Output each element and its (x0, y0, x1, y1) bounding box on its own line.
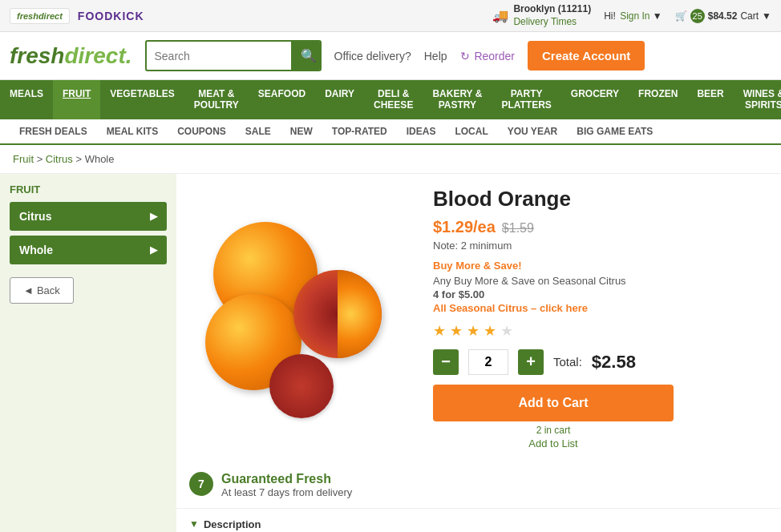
add-to-cart-button[interactable]: Add to Cart (433, 385, 674, 421)
search-input[interactable] (147, 43, 291, 69)
help-link[interactable]: Help (424, 50, 447, 62)
breadcrumb: Fruit > Citrus > Whole (0, 145, 781, 174)
reorder-label: Reorder (474, 50, 515, 62)
nav-dairy[interactable]: DAIRY (315, 80, 364, 119)
freshdirect-logo-text: freshdirect (17, 11, 63, 21)
product-title: Blood Orange (433, 187, 768, 212)
nav-seafood[interactable]: SEAFOOD (249, 80, 315, 119)
desc-title-text: Description (204, 518, 261, 530)
star-1: ★ (433, 323, 446, 339)
sidebar-citrus-label: Citrus (19, 210, 51, 223)
breadcrumb-fruit[interactable]: Fruit (13, 153, 34, 165)
sidebar: FRUIT Citrus ▶ Whole ▶ ◄ Back (0, 174, 176, 532)
breadcrumb-sep2: > (75, 153, 84, 165)
quantity-input[interactable] (468, 349, 508, 375)
guaranteed-fresh-section: 7 Guaranteed Fresh At least 7 days from … (176, 462, 781, 508)
breadcrumb-citrus[interactable]: Citrus (46, 153, 73, 165)
promo-deal: 4 for $5.00 (433, 288, 484, 300)
nav-beer[interactable]: BEER (687, 80, 733, 119)
subnav-ideas[interactable]: IDEAS (397, 119, 446, 143)
nav-grocery[interactable]: GROCERY (561, 80, 629, 119)
main-nav: MEALS FRUIT VEGETABLES MEAT &POULTRY SEA… (0, 80, 781, 119)
freshdirect-logo-small[interactable]: freshdirect (10, 8, 70, 24)
foodkick-logo-text: FOODKICK (78, 10, 144, 22)
logo-fresh-part: fresh (10, 43, 64, 68)
back-button[interactable]: ◄ Back (10, 277, 74, 304)
sidebar-item-whole[interactable]: Whole ▶ (10, 236, 167, 264)
nav-meat-poultry[interactable]: MEAT &POULTRY (184, 80, 249, 119)
search-bar: 🔍 (145, 40, 322, 71)
in-cart-text: 2 in cart (433, 425, 674, 436)
subnav-coupons[interactable]: COUPONS (168, 119, 236, 143)
nav-fruit[interactable]: FRUIT (53, 80, 100, 119)
star-4: ★ (484, 323, 496, 339)
subnav-big-game-eats[interactable]: BIG GAME EATS (567, 119, 662, 143)
citrus-arrow-icon: ▶ (150, 211, 157, 222)
promo-link[interactable]: All Seasonal Citrus – click here (433, 302, 768, 314)
cart-info[interactable]: 🛒 25 $84.52 Cart ▼ (675, 9, 771, 23)
back-label: Back (37, 284, 60, 296)
cart-icon: 🛒 (675, 10, 687, 22)
subnav-meal-kits[interactable]: MEAL KITS (97, 119, 168, 143)
office-delivery-link[interactable]: Office delivery? (334, 50, 411, 62)
logo-direct-part: direct. (64, 43, 132, 68)
orange-half-img (293, 270, 382, 358)
sign-in-section[interactable]: Hi! Sign In ▼ (604, 10, 662, 22)
subnav-new[interactable]: NEW (281, 119, 322, 143)
product-note: Note: 2 minimum (433, 240, 768, 252)
star-3: ★ (467, 323, 480, 339)
freshdirect-logo[interactable]: freshdirect. (10, 43, 132, 69)
product-area: Blood Orange $1.29/ea $1.59 Note: 2 mini… (176, 174, 781, 532)
quantity-decrease-button[interactable]: − (433, 349, 459, 375)
truck-icon: 🚚 (492, 8, 508, 23)
product-price: $1.29/ea $1.59 (433, 218, 768, 236)
subnav-you-year[interactable]: YOU YEAR (498, 119, 567, 143)
description-title[interactable]: ▼ Description (189, 518, 768, 530)
star-5: ★ (500, 323, 513, 339)
product-main: Blood Orange $1.29/ea $1.59 Note: 2 mini… (176, 174, 781, 462)
foodkick-logo[interactable]: FOODKICK (78, 10, 144, 22)
reorder-link[interactable]: ↻ Reorder (460, 50, 515, 62)
product-info: Blood Orange $1.29/ea $1.59 Note: 2 mini… (433, 187, 768, 449)
nav-meals[interactable]: MEALS (0, 80, 53, 119)
subnav-top-rated[interactable]: TOP-RATED (322, 119, 397, 143)
top-bar-right: 🚚 Brooklyn (11211) Delivery Times Hi! Si… (492, 3, 771, 28)
guaranteed-text: Guaranteed Fresh At least 7 days from de… (221, 472, 352, 498)
breadcrumb-sep1: > (37, 153, 46, 165)
greeting-text: Hi! (604, 10, 616, 22)
create-account-button[interactable]: Create Account (528, 41, 645, 71)
reorder-icon: ↻ (460, 50, 470, 62)
nav-deli-cheese[interactable]: DELI &CHEESE (364, 80, 423, 119)
subnav-sale[interactable]: SALE (236, 119, 281, 143)
promo-line1-text: Any Buy More & Save on Seasonal Citrus (433, 275, 626, 287)
delivery-times-link[interactable]: Delivery Times (513, 16, 591, 29)
quantity-row: − + Total: $2.58 (433, 349, 768, 375)
add-to-list-link[interactable]: Add to List (433, 437, 674, 449)
delivery-info[interactable]: 🚚 Brooklyn (11211) Delivery Times (492, 3, 591, 28)
star-2: ★ (450, 323, 463, 339)
total-label: Total: (553, 355, 582, 369)
nav-vegetables[interactable]: VEGETABLES (100, 80, 184, 119)
main-content: FRUIT Citrus ▶ Whole ▶ ◄ Back (0, 174, 781, 532)
sidebar-title: FRUIT (10, 183, 167, 195)
subnav-local[interactable]: LOCAL (445, 119, 497, 143)
search-button[interactable]: 🔍 (291, 42, 322, 70)
nav-wines-spirits[interactable]: WINES &SPIRITS (734, 80, 781, 119)
sign-in-link[interactable]: Sign In (620, 10, 649, 22)
top-bar-logos: freshdirect FOODKICK (10, 8, 144, 24)
cart-label: Cart (740, 10, 759, 22)
nav-bakery-pastry[interactable]: BAKERY &PASTRY (423, 80, 492, 119)
promo-title: Buy More & Save! (433, 260, 768, 272)
product-stars: ★ ★ ★ ★ ★ (433, 322, 768, 340)
search-icon: 🔍 (301, 49, 317, 62)
nav-frozen[interactable]: FROZEN (629, 80, 687, 119)
nav-party-platters[interactable]: PARTYPLATTERS (492, 80, 560, 119)
price-current: $1.29/ea (433, 218, 496, 236)
subnav-fresh-deals[interactable]: FRESH DEALS (10, 119, 97, 143)
delivery-text: Brooklyn (11211) Delivery Times (513, 3, 591, 28)
sidebar-whole-label: Whole (19, 244, 53, 256)
back-icon: ◄ (23, 284, 34, 296)
sidebar-item-citrus[interactable]: Citrus ▶ (10, 202, 167, 231)
quantity-increase-button[interactable]: + (518, 349, 544, 375)
product-image-container (189, 187, 414, 449)
